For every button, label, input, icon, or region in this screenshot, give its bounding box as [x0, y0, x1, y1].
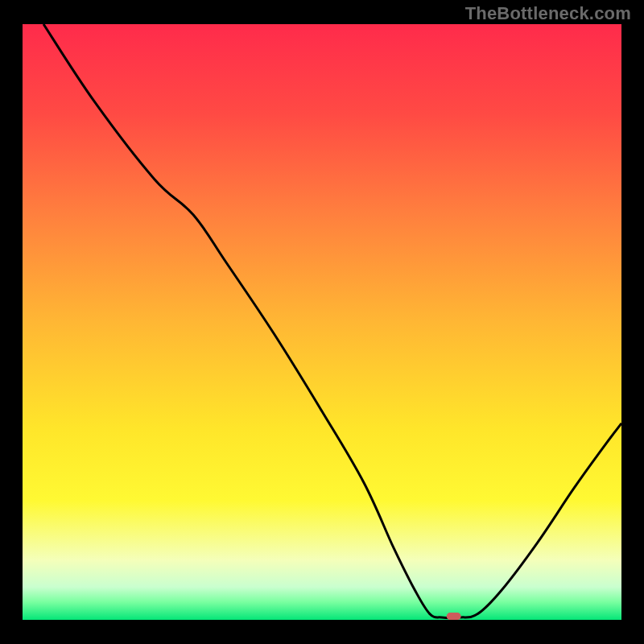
watermark-label: TheBottleneck.com [465, 3, 631, 24]
svg-rect-0 [447, 613, 461, 620]
chart-container: TheBottleneck.com [0, 0, 644, 644]
chart-svg [23, 24, 621, 620]
plot-area [23, 24, 621, 620]
gradient-background [23, 24, 621, 620]
optimal-point-marker [447, 613, 461, 620]
